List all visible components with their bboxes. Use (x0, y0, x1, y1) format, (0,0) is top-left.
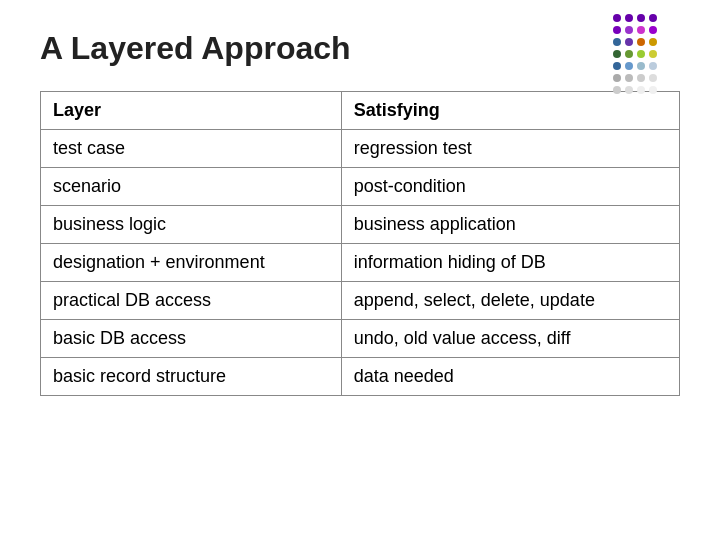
decorative-dot-grid (607, 8, 702, 103)
svg-point-17 (625, 62, 633, 70)
table-row: practical DB accessappend, select, delet… (41, 282, 680, 320)
table-row: test caseregression test (41, 130, 680, 168)
svg-point-1 (625, 14, 633, 22)
main-table-wrapper: Layer Satisfying test caseregression tes… (40, 91, 680, 396)
svg-point-7 (649, 26, 657, 34)
svg-point-27 (649, 86, 657, 94)
page-title: A Layered Approach (40, 30, 680, 67)
svg-point-3 (649, 14, 657, 22)
table-cell-4-1: append, select, delete, update (341, 282, 679, 320)
svg-point-11 (649, 38, 657, 46)
page: A Layered Approach Layer Satisfying test… (0, 0, 720, 540)
table-cell-5-0: basic DB access (41, 320, 342, 358)
table-row: designation + environmentinformation hid… (41, 244, 680, 282)
svg-point-20 (613, 74, 621, 82)
table-row: scenariopost-condition (41, 168, 680, 206)
table-cell-0-0: test case (41, 130, 342, 168)
table-cell-1-1: post-condition (341, 168, 679, 206)
svg-point-18 (637, 62, 645, 70)
svg-point-21 (625, 74, 633, 82)
svg-point-9 (625, 38, 633, 46)
svg-point-6 (637, 26, 645, 34)
svg-point-15 (649, 50, 657, 58)
svg-point-2 (637, 14, 645, 22)
svg-point-23 (649, 74, 657, 82)
svg-point-22 (637, 74, 645, 82)
svg-point-14 (637, 50, 645, 58)
svg-point-13 (625, 50, 633, 58)
svg-point-12 (613, 50, 621, 58)
table-cell-2-0: business logic (41, 206, 342, 244)
svg-point-16 (613, 62, 621, 70)
table-row: basic DB accessundo, old value access, d… (41, 320, 680, 358)
table-cell-6-0: basic record structure (41, 358, 342, 396)
table-cell-0-1: regression test (341, 130, 679, 168)
svg-point-5 (625, 26, 633, 34)
svg-point-8 (613, 38, 621, 46)
svg-point-10 (637, 38, 645, 46)
svg-point-24 (613, 86, 621, 94)
table-row: business logicbusiness application (41, 206, 680, 244)
svg-point-26 (637, 86, 645, 94)
table-cell-4-0: practical DB access (41, 282, 342, 320)
svg-point-25 (625, 86, 633, 94)
table-cell-2-1: business application (341, 206, 679, 244)
svg-point-19 (649, 62, 657, 70)
col-header-layer: Layer (41, 92, 342, 130)
table-cell-3-0: designation + environment (41, 244, 342, 282)
table-cell-6-1: data needed (341, 358, 679, 396)
table-cell-1-0: scenario (41, 168, 342, 206)
svg-point-4 (613, 26, 621, 34)
svg-point-0 (613, 14, 621, 22)
table-row: basic record structuredata needed (41, 358, 680, 396)
table-header-row: Layer Satisfying (41, 92, 680, 130)
table-cell-5-1: undo, old value access, diff (341, 320, 679, 358)
table-cell-3-1: information hiding of DB (341, 244, 679, 282)
layered-approach-table: Layer Satisfying test caseregression tes… (40, 91, 680, 396)
